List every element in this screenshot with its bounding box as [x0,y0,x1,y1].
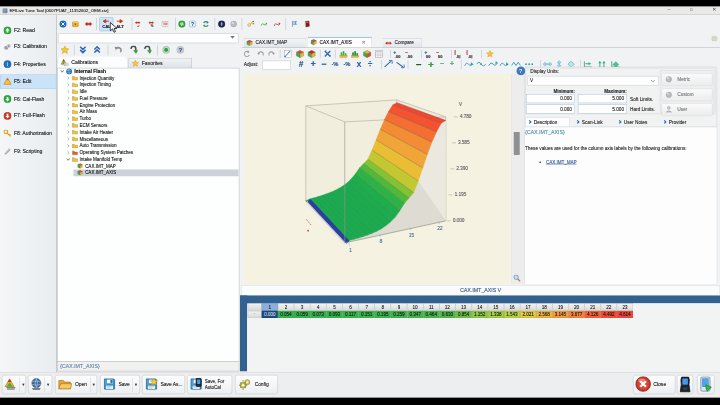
svg-text:0.000: 0.000 [453,218,465,223]
svg-text:2.390: 2.390 [456,166,468,171]
svg-text:.00: .00 [395,53,401,58]
svg-text:?: ? [179,47,182,53]
svg-text:?: ? [191,22,194,27]
svg-text:.0|: .0| [456,53,461,58]
svg-text:+·: +· [137,25,140,28]
svg-text:4.780: 4.780 [460,114,472,119]
svg-text:1.195: 1.195 [455,192,467,197]
svg-text:1: 1 [349,248,352,253]
svg-text:.0|: .0| [468,53,473,58]
svg-text:22: 22 [437,226,443,231]
svg-text:8: 8 [380,239,383,244]
svg-text:%: % [151,24,154,28]
svg-text:00: 00 [438,53,443,58]
svg-text:15: 15 [409,233,415,238]
svg-text:.00: .00 [407,53,413,58]
svg-text:3.585: 3.585 [458,140,470,145]
svg-text:?: ? [519,68,523,74]
